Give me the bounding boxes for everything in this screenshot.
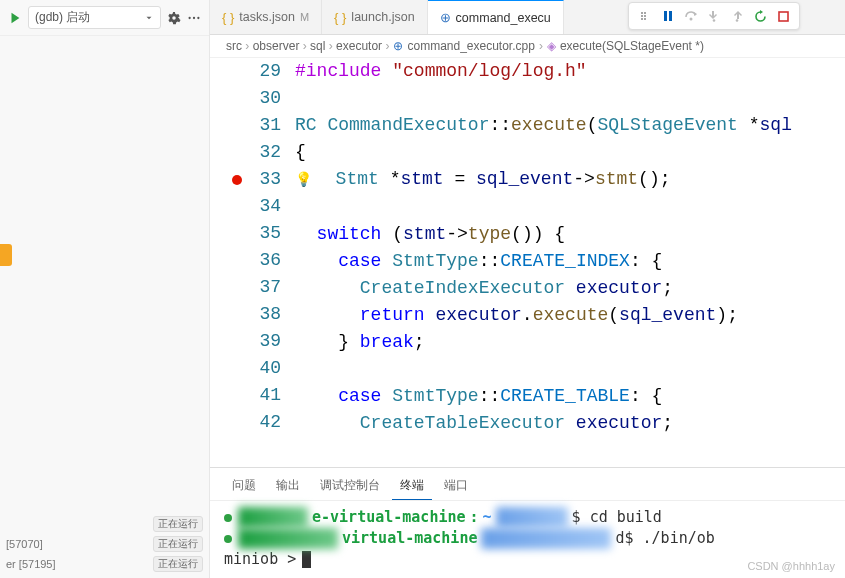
line-number: 34 [210, 193, 281, 220]
code-editor[interactable]: 2930313233343536373839404142 #include "c… [210, 58, 845, 467]
method-icon: ◈ [547, 39, 556, 53]
panel-tab-3[interactable]: 终端 [392, 472, 432, 500]
status-badge: 正在运行 [153, 516, 203, 532]
tab-tasks-json[interactable]: { }tasks.jsonM [210, 0, 322, 34]
cpp-file-icon: ⊕ [393, 39, 403, 53]
terminal-prompt: miniob > [224, 549, 296, 570]
code-line[interactable]: CreateIndexExecutor executor; [295, 275, 845, 302]
lightbulb-icon[interactable]: 💡 [295, 172, 312, 188]
start-debug-icon[interactable] [8, 11, 22, 25]
breadcrumb-segment[interactable]: sql [310, 39, 325, 53]
svg-point-13 [736, 19, 739, 22]
process-row[interactable]: 正在运行 [6, 514, 203, 534]
cpp-icon: ⊕ [440, 10, 451, 25]
breadcrumb-segment[interactable]: src [226, 39, 242, 53]
code-line[interactable]: RC CommandExecutor::execute(SQLStageEven… [295, 112, 845, 139]
chevron-down-icon [144, 13, 154, 23]
step-over-icon[interactable] [681, 6, 701, 26]
terminal-host: e-virtual-machine [312, 507, 466, 528]
code-line[interactable]: case StmtType::CREATE_TABLE: { [295, 383, 845, 410]
call-stack: 正在运行 [57070] 正在运行 er [57195] 正在运行 [0, 510, 209, 578]
svg-rect-10 [669, 11, 672, 21]
breadcrumb-file: command_executor.cpp [407, 39, 534, 53]
code-line[interactable]: case StmtType::CREATE_INDEX: { [295, 248, 845, 275]
panel-tab-4[interactable]: 端口 [436, 472, 476, 500]
process-row[interactable]: er [57195] 正在运行 [6, 554, 203, 574]
svg-point-7 [644, 15, 646, 17]
step-into-icon[interactable] [704, 6, 724, 26]
svg-rect-14 [779, 12, 788, 21]
code-line[interactable]: CreateTableExecutor executor; [295, 410, 845, 437]
panel-tabs: 问题输出调试控制台终端端口 [210, 468, 845, 501]
panel-tab-0[interactable]: 问题 [224, 472, 264, 500]
running-dot-icon [224, 514, 232, 522]
breadcrumb-symbol: execute(SQLStageEvent *) [560, 39, 704, 53]
debug-config-select[interactable]: (gdb) 启动 [28, 6, 161, 29]
code-line[interactable]: 💡 Stmt *stmt = sql_event->stmt(); [295, 166, 845, 194]
json-icon: { } [222, 10, 234, 25]
svg-point-5 [641, 18, 643, 20]
terminal-host: virtual-machine [342, 528, 477, 549]
breadcrumb[interactable]: src › observer › sql › executor › ⊕ comm… [210, 35, 845, 58]
drag-handle-icon[interactable] [635, 6, 655, 26]
line-number: 39 [210, 328, 281, 355]
tab-command_execu[interactable]: ⊕command_execu [428, 0, 564, 34]
breadcrumb-segment[interactable]: executor [336, 39, 382, 53]
breadcrumb-segment[interactable]: observer [253, 39, 300, 53]
collapsed-section-handle[interactable] [0, 244, 12, 266]
redacted-user: xxxx [238, 507, 308, 528]
process-label: [57070] [6, 538, 43, 550]
svg-point-6 [644, 12, 646, 14]
gear-icon[interactable] [167, 11, 181, 25]
line-number: 30 [210, 85, 281, 112]
svg-point-0 [188, 16, 190, 18]
watermark: CSDN @hhhh1ay [747, 560, 835, 572]
code-line[interactable] [295, 356, 845, 383]
code-line[interactable]: return executor.execute(sql_event); [295, 302, 845, 329]
line-number: 37 [210, 274, 281, 301]
sidebar-body [0, 36, 209, 510]
tab-launch-json[interactable]: { }launch.json [322, 0, 428, 34]
debug-config-label: (gdb) 启动 [35, 9, 90, 26]
tab-label: tasks.json [239, 10, 295, 24]
process-label: er [57195] [6, 558, 56, 570]
more-icon[interactable] [187, 11, 201, 25]
code-line[interactable]: #include "common/log/log.h" [295, 58, 845, 85]
code-line[interactable] [295, 85, 845, 112]
terminal-cmd: $ cd build [572, 507, 662, 528]
code-line[interactable]: { [295, 139, 845, 166]
breakpoint-icon[interactable] [232, 175, 242, 185]
line-number: 41 [210, 382, 281, 409]
process-row[interactable]: [57070] 正在运行 [6, 534, 203, 554]
code-line[interactable] [295, 194, 845, 221]
tab-label: launch.json [351, 10, 414, 24]
line-number: 36 [210, 247, 281, 274]
panel-tab-1[interactable]: 输出 [268, 472, 308, 500]
svg-point-3 [641, 12, 643, 14]
svg-point-4 [641, 15, 643, 17]
redacted-path: xx [496, 507, 568, 528]
running-dot-icon [224, 535, 232, 543]
line-number: 29 [210, 58, 281, 85]
svg-point-2 [197, 16, 199, 18]
stop-icon[interactable] [773, 6, 793, 26]
redacted-user: xxxx [238, 528, 338, 549]
debug-toolbar [628, 2, 800, 30]
sidebar: (gdb) 启动 正在运行 [57070] 正在运行 er [5719 [0, 0, 210, 578]
line-number: 35 [210, 220, 281, 247]
debug-config-bar: (gdb) 启动 [0, 0, 209, 36]
panel-tab-2[interactable]: 调试控制台 [312, 472, 388, 500]
step-out-icon[interactable] [727, 6, 747, 26]
line-number: 31 [210, 112, 281, 139]
code-line[interactable]: } break; [295, 329, 845, 356]
terminal-cmd: d$ ./bin/ob [615, 528, 714, 549]
editor-area: { }tasks.jsonM{ }launch.json⊕command_exe… [210, 0, 845, 578]
line-gutter: 2930313233343536373839404142 [210, 58, 295, 467]
cursor-icon [302, 551, 311, 568]
pause-icon[interactable] [658, 6, 678, 26]
svg-point-11 [690, 18, 693, 21]
code-line[interactable]: switch (stmt->type()) { [295, 221, 845, 248]
restart-icon[interactable] [750, 6, 770, 26]
tab-label: command_execu [456, 11, 551, 25]
modified-indicator: M [300, 11, 309, 23]
